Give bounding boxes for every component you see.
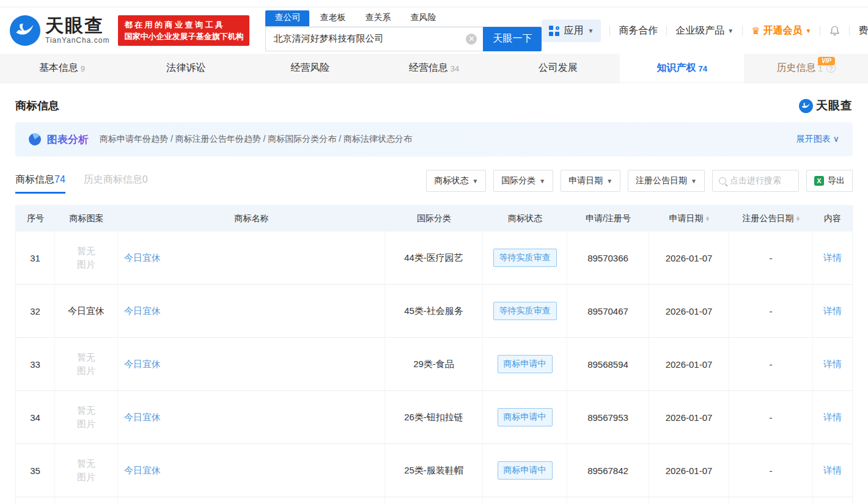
user-menu[interactable]: 费米 ▼ [858, 24, 868, 37]
filter-announce-date[interactable]: 注册公告日期 ▼ [628, 170, 705, 192]
promo-banner: 都在用的商业查询工具 国家中小企业发展子基金旗下机构 [118, 15, 249, 46]
status-badge: 商标申请中 [498, 408, 553, 426]
tab-company-development[interactable]: 公司发展 [496, 54, 620, 82]
table-search-input[interactable]: 点击进行搜索 [712, 170, 799, 192]
sort-icon[interactable]: ▲▼ [796, 216, 800, 221]
trademark-name-link[interactable]: 今日宜休 [124, 465, 161, 477]
caret-down-icon: ▼ [691, 178, 697, 184]
trademark-image: 暂无图片 [76, 457, 97, 484]
col-announce-date[interactable]: 注册公告日期▲▼ [729, 206, 813, 232]
cell-no: 32 [16, 285, 55, 337]
cell-no: 34 [16, 391, 55, 444]
tianyancha-logo-icon [10, 15, 40, 46]
cell-apply-date: 2026-01-07 [649, 391, 729, 444]
trademark-name-link[interactable]: 今日宜休 [124, 252, 161, 264]
watermark-brand: 天眼查 [816, 98, 853, 114]
detail-link[interactable]: 详情 [823, 465, 842, 477]
search-tabs: 查公司 查老板 查关系 查风险 [265, 10, 542, 27]
chart-analysis-bar: 图表分析 商标申请年份趋势 / 商标注册公告年份趋势 / 商标国际分类分布 / … [15, 122, 853, 156]
filter-apply-date[interactable]: 申请日期 ▼ [561, 170, 620, 192]
filter-trademark-status[interactable]: 商标状态 ▼ [426, 170, 486, 192]
search-tab-company[interactable]: 查公司 [265, 10, 309, 26]
list-tab-count: 74 [54, 174, 65, 184]
filter-intl-class[interactable]: 国际分类 ▼ [493, 170, 553, 192]
tab-basic-info[interactable]: 基本信息 9 [0, 54, 124, 82]
apps-grid-icon [549, 26, 559, 36]
status-badge: 等待实质审查 [493, 249, 557, 267]
search-tab-risk[interactable]: 查风险 [401, 10, 445, 26]
caret-down-icon: ▼ [606, 178, 612, 184]
cell-intl-class: 25类-服装鞋帽 [385, 444, 483, 497]
col-apply-date[interactable]: 申请日期▲▼ [649, 206, 729, 232]
status-badge: 商标申请中 [498, 355, 553, 373]
nav-enterprise[interactable]: 企业级产品 ▼ [675, 24, 734, 37]
user-name: 费米 [858, 24, 868, 37]
apps-menu[interactable]: 应用 ▼ [542, 20, 601, 42]
cell-announce-date: - [729, 285, 813, 337]
tab-operation-info[interactable]: 经营信息 34 [372, 54, 496, 82]
trademark-name-link[interactable]: 今日宜休 [124, 305, 161, 317]
trademark-table: 序号 商标图案 商标名称 国际分类 商标状态 申请/注册号 申请日期▲▼ 注册公… [15, 205, 853, 504]
filter-label: 商标状态 [434, 175, 468, 186]
detail-link[interactable]: 详情 [823, 252, 842, 264]
detail-link[interactable]: 详情 [823, 359, 842, 370]
top-strip [0, 0, 868, 7]
cell-reg-no: 89568594 [567, 338, 649, 390]
list-tab-history-trademarks[interactable]: 历史商标信息0 [84, 173, 148, 194]
list-tab-trademarks[interactable]: 商标信息74 [15, 173, 65, 194]
search-area: 查公司 查老板 查关系 查风险 ✕ 天眼一下 [265, 10, 542, 51]
export-button[interactable]: X 导出 [806, 170, 853, 192]
tab-label: 知识产权 [657, 62, 696, 75]
tab-count: 34 [451, 64, 459, 73]
tab-count: 1 [818, 64, 822, 73]
table-row: 35 暂无图片 今日宜休 25类-服装鞋帽 商标申请中 89567842 202… [16, 444, 852, 497]
tab-operation-risk[interactable]: 经营风险 [248, 54, 372, 82]
caret-down-icon: ▼ [806, 27, 812, 34]
status-badge: 商标申请中 [498, 461, 553, 480]
table-header: 序号 商标图案 商标名称 国际分类 商标状态 申请/注册号 申请日期▲▼ 注册公… [16, 206, 852, 232]
cell-no [16, 497, 55, 504]
cell-no: 35 [16, 444, 55, 497]
expand-charts-link[interactable]: 展开图表 ∨ [796, 134, 839, 145]
header: 天眼查 TianYanCha.com 都在用的商业查询工具 国家中小企业发展子基… [0, 7, 868, 54]
cell-no: 31 [16, 232, 55, 284]
cell-apply-date: 2026-01-07 [649, 338, 729, 390]
filter-label: 注册公告日期 [636, 175, 687, 186]
chart-analysis-title: 图表分析 [47, 133, 89, 147]
sort-icon[interactable]: ▲▼ [705, 216, 710, 221]
detail-link[interactable]: 详情 [823, 412, 842, 423]
search-button[interactable]: 天眼一下 [483, 27, 542, 51]
search-input[interactable] [265, 27, 483, 51]
trademark-image: 暂无图片 [76, 244, 97, 271]
trademark-name-link[interactable]: 今日宜休 [124, 359, 161, 370]
watermark-logo: 天眼查 [799, 98, 853, 114]
notification-bell-icon[interactable] [829, 25, 840, 37]
table-row: 33 暂无图片 今日宜休 29类-食品 商标申请中 89568594 2026-… [16, 338, 852, 391]
nav-open-vip[interactable]: ♛ 开通会员 ▼ [751, 24, 811, 37]
cell-announce-date: - [729, 232, 813, 284]
cell-intl-class: 45类-社会服务 [385, 285, 483, 337]
list-tab-count: 0 [142, 174, 148, 184]
filter-label: 申请日期 [568, 175, 603, 186]
export-label: 导出 [828, 175, 845, 186]
tab-history-info[interactable]: VIP 历史信息 1 ? [744, 54, 868, 82]
trademark-name-link[interactable]: 今日宜休 [124, 412, 161, 423]
detail-link[interactable]: 详情 [823, 305, 842, 317]
cell-reg-no: 89570366 [567, 232, 649, 284]
tab-legal-litigation[interactable]: 法律诉讼 [124, 54, 248, 82]
clear-search-icon[interactable]: ✕ [466, 34, 477, 45]
col-name: 商标名称 [118, 206, 385, 232]
table-row [16, 497, 852, 504]
tab-intellectual-property[interactable]: 知识产权 74 [620, 54, 744, 82]
caret-down-icon: ▼ [587, 27, 594, 34]
nav-cooperation[interactable]: 商务合作 [619, 24, 658, 37]
search-tab-boss[interactable]: 查老板 [311, 10, 355, 26]
cell-no: 33 [16, 338, 55, 390]
caret-down-icon: ▼ [727, 27, 734, 34]
pie-chart-icon [27, 131, 43, 148]
cell-apply-date: 2026-01-07 [649, 285, 729, 337]
tianyancha-logo[interactable]: 天眼查 TianYanCha.com [10, 15, 109, 46]
vip-badge: VIP [818, 57, 835, 65]
trademark-image: 暂无图片 [76, 404, 97, 431]
search-tab-relation[interactable]: 查关系 [356, 10, 400, 26]
